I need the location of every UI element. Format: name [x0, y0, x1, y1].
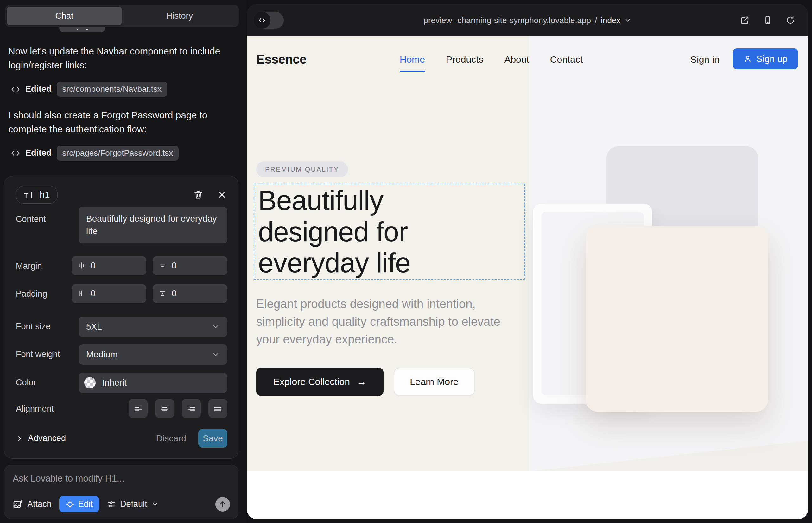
arrow-up-icon — [218, 500, 227, 508]
align-justify-button[interactable] — [208, 399, 227, 418]
chevron-down-icon — [212, 323, 220, 331]
discard-button[interactable]: Discard — [156, 433, 186, 444]
text-type-icon — [24, 190, 35, 199]
font-weight-label: Font weight — [16, 344, 78, 359]
assistant-message: Now let's update the Navbar component to… — [8, 44, 234, 72]
chevron-right-icon — [16, 435, 23, 442]
margin-y-input[interactable]: 0 — [153, 256, 227, 275]
edited-file-chip[interactable]: src/components/Navbar.tsx — [57, 82, 167, 96]
sign-in-link[interactable]: Sign in — [690, 54, 720, 65]
scrolled-chip-partial — [59, 27, 105, 32]
attach-image-icon — [13, 499, 23, 509]
close-panel-icon[interactable] — [217, 190, 227, 199]
padding-y-input[interactable]: 0 — [153, 284, 227, 303]
delete-element-button[interactable] — [193, 190, 203, 200]
edited-file-row: Edited src/components/Navbar.tsx — [11, 82, 167, 96]
font-weight-select[interactable]: Medium — [78, 344, 227, 365]
font-size-select[interactable]: 5XL — [78, 317, 227, 337]
preview-url-path: index — [601, 16, 620, 25]
align-left-button[interactable] — [128, 399, 147, 418]
preview-url-host: preview--charming-site-symphony.lovable.… — [424, 16, 591, 25]
preview-toolbar: preview--charming-site-symphony.lovable.… — [247, 4, 808, 36]
edited-label: Edited — [25, 84, 52, 94]
composer-placeholder[interactable]: Ask Lovable to modify H1... — [13, 473, 230, 484]
mode-select[interactable]: Default — [107, 499, 159, 509]
premium-quality-badge: PREMIUM QUALITY — [256, 161, 348, 177]
sliders-icon — [107, 500, 116, 509]
margin-x-input[interactable]: 0 — [72, 256, 146, 275]
color-select[interactable]: Inherit — [78, 373, 227, 393]
mobile-view-icon[interactable] — [763, 16, 772, 25]
site-logo[interactable]: Essence — [256, 52, 306, 67]
nav-link-contact[interactable]: Contact — [550, 54, 583, 65]
alignment-label: Alignment — [16, 399, 78, 414]
advanced-toggle[interactable]: Advanced — [16, 433, 66, 443]
hero-subtext: Elegant products designed with intention… — [256, 295, 513, 348]
padding-label: Padding — [16, 284, 72, 299]
user-icon — [743, 54, 752, 63]
attach-button[interactable]: Attach — [13, 499, 52, 509]
website-viewport: Essence Home Products About Contact Sign… — [247, 36, 808, 519]
content-label: Content — [16, 207, 78, 224]
assistant-message: I should also create a Forgot Password p… — [8, 108, 234, 136]
align-center-button[interactable] — [155, 399, 174, 418]
open-in-new-tab-icon[interactable] — [740, 16, 749, 25]
edited-label: Edited — [25, 148, 52, 158]
nav-link-home[interactable]: Home — [400, 54, 425, 65]
save-button[interactable]: Save — [198, 429, 227, 448]
preview-frame: preview--charming-site-symphony.lovable.… — [247, 4, 808, 519]
margin-horizontal-icon — [77, 262, 86, 270]
color-label: Color — [16, 373, 78, 387]
explore-collection-button[interactable]: Explore Collection → — [256, 367, 384, 396]
padding-horizontal-icon — [77, 289, 86, 297]
selected-element-chip[interactable]: h1 — [16, 186, 58, 203]
padding-vertical-icon — [158, 289, 166, 297]
align-right-button[interactable] — [182, 399, 201, 418]
decorative-diagonal — [533, 441, 808, 471]
edit-mode-button[interactable]: Edit — [59, 496, 100, 512]
code-icon — [11, 85, 20, 94]
send-button[interactable] — [215, 497, 230, 511]
content-input[interactable]: Beautifully designed for everyday life — [78, 207, 227, 244]
element-editor-panel: h1 Content Beautifully designed for ever… — [4, 176, 239, 459]
font-size-label: Font size — [16, 317, 78, 331]
target-icon — [66, 500, 74, 509]
url-bar[interactable]: preview--charming-site-symphony.lovable.… — [247, 4, 808, 36]
chevron-down-icon — [151, 501, 159, 508]
color-swatch — [84, 377, 96, 389]
nav-link-products[interactable]: Products — [446, 54, 483, 65]
url-separator: / — [595, 16, 597, 25]
edited-file-chip[interactable]: src/pages/ForgotPassword.tsx — [57, 146, 179, 161]
chat-sidebar: Chat History Now let's update the Navbar… — [0, 0, 246, 523]
tab-chat[interactable]: Chat — [7, 7, 122, 25]
hero-headline[interactable]: Beautifully designed for everyday life — [258, 185, 461, 278]
next-section-background — [247, 471, 808, 519]
chat-composer[interactable]: Ask Lovable to modify H1... Attach Edit … — [4, 465, 239, 519]
arrow-right-icon: → — [357, 376, 366, 387]
padding-x-input[interactable]: 0 — [72, 284, 146, 303]
nav-link-about[interactable]: About — [504, 54, 529, 65]
site-navbar: Essence Home Products About Contact Sign… — [247, 36, 808, 84]
chat-history-tabbar: Chat History — [5, 5, 239, 27]
edited-file-row: Edited src/pages/ForgotPassword.tsx — [11, 146, 179, 161]
margin-label: Margin — [16, 256, 72, 271]
tab-history[interactable]: History — [122, 7, 237, 25]
learn-more-button[interactable]: Learn More — [394, 367, 475, 396]
code-icon — [11, 148, 20, 158]
margin-vertical-icon — [158, 262, 166, 270]
decorative-card-cream — [586, 226, 768, 412]
selection-outline[interactable]: Beautifully designed for everyday life — [254, 184, 525, 279]
refresh-icon[interactable] — [786, 16, 795, 25]
chevron-down-icon — [624, 17, 631, 24]
sign-up-button[interactable]: Sign up — [733, 49, 798, 69]
element-tag: h1 — [40, 190, 50, 200]
chevron-down-icon — [212, 350, 220, 359]
